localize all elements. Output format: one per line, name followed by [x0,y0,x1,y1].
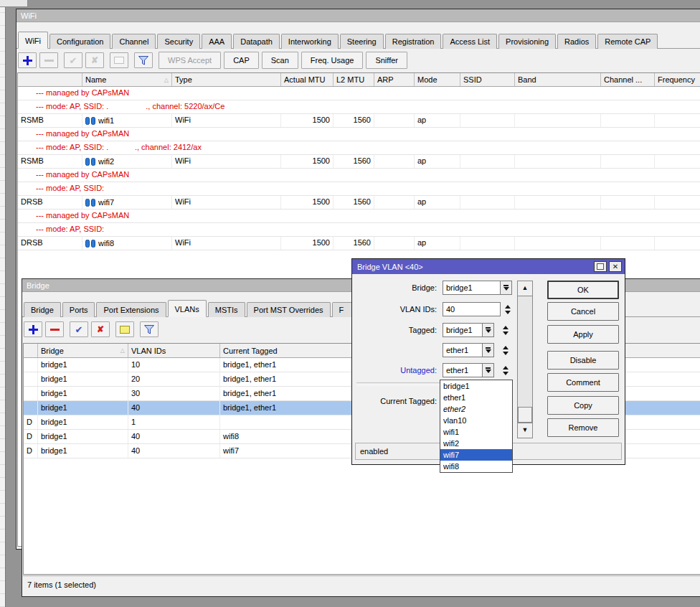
freq-usage-button[interactable]: Freq. Usage [301,52,364,69]
tab-configuration[interactable]: Configuration [49,34,110,49]
tagged-field-2[interactable]: ether1 [443,343,483,357]
remove-button[interactable] [45,321,64,337]
column-header-vlan-ids[interactable]: VLAN IDs [128,344,220,357]
table-row-wifi8[interactable]: DRSB wifi8 WiFi 1500 1560 ap [18,237,700,250]
cancel-button[interactable]: Cancel [547,302,619,321]
cap-button[interactable]: CAP [224,52,259,69]
tab-provisioning[interactable]: Provisioning [498,34,556,49]
tab-datapath[interactable]: Datapath [233,34,280,49]
bridge-dropdown-button[interactable] [500,281,512,295]
tab-vlans[interactable]: VLANs [168,300,207,317]
tab-radios[interactable]: Radios [557,34,596,49]
column-header-bridge[interactable]: Bridge△ [38,344,128,357]
close-button[interactable]: ✕ [609,261,622,272]
tab-wifi[interactable]: WiFi [18,32,48,49]
table-row-wifi2[interactable]: RSMB wifi2 WiFi 1500 1560 ap [18,155,700,169]
dropdown-item[interactable]: wifi2 [440,438,512,449]
dropdown-item[interactable]: wifi8 [440,461,512,472]
dialog-scrollbar[interactable]: ▲ ▼ [517,281,533,438]
untagged-updown[interactable] [501,363,511,377]
tab-port-mst-overrides[interactable]: Port MST Overrides [247,302,331,317]
table-row-info[interactable]: --- managed by CAPsMAN [18,128,700,141]
tagged-2-updown[interactable] [501,343,511,357]
sniffer-button[interactable]: Sniffer [366,52,407,69]
column-header-channel[interactable]: Channel ... [601,73,655,86]
table-row-info[interactable]: --- mode: AP, SSID: . ., channel: 2412/a… [18,141,700,155]
maximize-icon [597,263,604,270]
dropdown-item[interactable]: bridge1 [440,380,512,392]
column-header-arp[interactable]: ARP [374,73,415,86]
scan-button[interactable]: Scan [262,52,298,69]
add-button[interactable] [18,52,37,68]
table-row-info[interactable]: --- managed by CAPsMAN [18,210,700,223]
column-header-band[interactable]: Band [515,73,601,86]
scroll-down-icon[interactable]: ▼ [518,423,532,438]
dropdown-item[interactable]: wifi1 [440,426,512,438]
interface-dropdown-list: bridge1 ether1 ether2 vlan10 wifi1 wifi2… [440,380,513,473]
dropdown-item-selected[interactable]: wifi7 [440,449,512,461]
table-row-info[interactable]: --- managed by CAPsMAN [18,87,700,100]
column-header-name[interactable]: Name△ [82,73,172,86]
vlan-ids-spinner[interactable] [503,302,513,316]
table-row-wifi1[interactable]: RSMB wifi1 WiFi 1500 1560 ap [18,114,700,128]
column-header-ssid[interactable]: SSID [460,73,515,86]
comment-button[interactable] [115,321,134,337]
dropdown-item[interactable]: ether1 [440,392,512,403]
column-header-l2-mtu[interactable]: L2 MTU [334,73,374,86]
column-header-actual-mtu[interactable]: Actual MTU [281,73,334,86]
tab-port-extensions[interactable]: Port Extensions [96,302,166,317]
filter-button[interactable] [134,52,153,68]
enable-button[interactable]: ✔ [64,52,82,68]
remove-button[interactable] [39,52,58,68]
move-down-icon [503,352,509,355]
comment-button[interactable] [110,52,128,68]
filter-button[interactable] [140,321,159,337]
tagged-1-dropdown-button[interactable] [482,323,494,337]
copy-button[interactable]: Copy [547,396,619,415]
wifi-window-titlebar[interactable]: WiFi [16,9,700,22]
tab-remote-cap[interactable]: Remote CAP [597,34,658,49]
apply-button[interactable]: Apply [547,325,619,344]
tab-mstis[interactable]: MSTIs [208,302,245,317]
tab-channel[interactable]: Channel [112,34,156,49]
tab-steering[interactable]: Steering [340,34,384,49]
tagged-1-updown[interactable] [501,323,511,337]
tab-access-list[interactable]: Access List [443,34,497,49]
table-row-info[interactable]: --- mode: AP, SSID: [18,223,700,237]
dropdown-item[interactable]: ether2 [440,403,512,415]
untagged-field[interactable]: ether1 [443,363,483,377]
remove-button[interactable]: Remove [547,418,619,437]
disable-button[interactable]: Disable [547,351,619,370]
add-button[interactable] [24,321,42,337]
column-header-mode[interactable]: Mode [415,73,460,86]
table-row-info[interactable]: --- managed by CAPsMAN [18,169,700,182]
untagged-dropdown-button[interactable] [482,363,494,377]
table-row-info[interactable]: --- mode: AP, SSID: . ., channel: 5220/a… [18,100,700,114]
bridge-field[interactable]: bridge1 [443,281,501,295]
tab-interworking[interactable]: Interworking [281,34,339,49]
enable-button[interactable]: ✔ [70,321,88,337]
tab-ports[interactable]: Ports [62,302,95,317]
dropdown-item[interactable]: vlan10 [440,415,512,426]
scrollbar-thumb[interactable] [518,407,532,423]
tagged-field-1[interactable]: bridge1 [443,323,483,337]
current-tagged-field-label: Current Tagged: [358,394,437,408]
tab-registration[interactable]: Registration [385,34,442,49]
disable-button[interactable]: ✘ [85,52,104,68]
dialog-titlebar[interactable]: Bridge VLAN <40> ✕ [352,259,625,274]
tab-aaa[interactable]: AAA [202,34,232,49]
column-header-type[interactable]: Type [172,73,281,86]
ok-button[interactable]: OK [547,281,619,299]
scroll-up-icon[interactable]: ▲ [518,281,532,296]
table-row-wifi7[interactable]: DRSB wifi7 WiFi 1500 1560 ap [18,196,700,210]
column-header-frequency[interactable]: Frequency [655,73,700,86]
table-row-info[interactable]: --- mode: AP, SSID: [18,182,700,196]
maximize-button[interactable] [594,261,607,272]
wps-accept-button[interactable]: WPS Accept [159,52,221,69]
disable-button[interactable]: ✘ [91,321,110,337]
comment-button[interactable]: Comment [547,373,619,392]
tab-bridge[interactable]: Bridge [24,302,61,317]
vlan-ids-field[interactable]: 40 [443,302,501,316]
tagged-2-dropdown-button[interactable] [482,343,494,357]
tab-security[interactable]: Security [157,34,200,49]
